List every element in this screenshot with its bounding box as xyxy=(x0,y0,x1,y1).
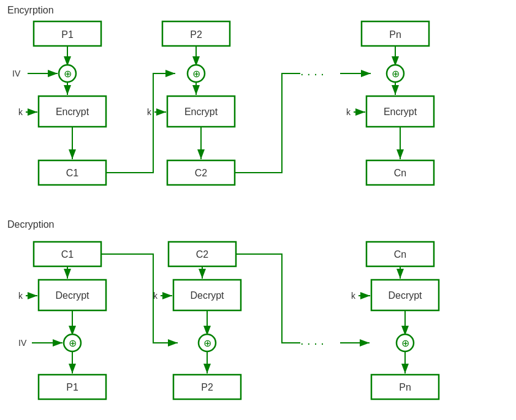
dec-xor1-label: ⊕ xyxy=(69,338,77,348)
dec-kn-label: k xyxy=(351,291,356,301)
dec-decrypt1-label: Decrypt xyxy=(55,290,89,301)
dec-cn-label: Cn xyxy=(394,249,406,260)
enc-c2-label: C2 xyxy=(195,168,208,178)
dec-iv-label: IV xyxy=(18,338,27,348)
enc-xor1-label: ⊕ xyxy=(64,69,72,79)
dec-pn-label: Pn xyxy=(399,382,411,392)
enc-encryptn-label: Encrypt xyxy=(384,107,417,117)
dec-c2-label: C2 xyxy=(196,249,209,260)
dec-k2-label: k xyxy=(153,291,158,301)
enc-kn-label: k xyxy=(346,107,351,117)
dec-k1-label: k xyxy=(18,291,23,301)
enc-p2-label: P2 xyxy=(190,29,202,40)
dec-decrypt2-label: Decrypt xyxy=(190,290,224,301)
enc-iv-label: IV xyxy=(12,69,21,78)
dec-decryptn-label: Decrypt xyxy=(388,290,422,301)
dec-xor2-label: ⊕ xyxy=(203,338,211,348)
enc-c1-label: C1 xyxy=(66,168,79,178)
dec-p1-label: P1 xyxy=(66,382,78,392)
enc-xor2-label: ⊕ xyxy=(192,69,200,79)
enc-encrypt1-label: Encrypt xyxy=(56,107,89,117)
enc-p1-label: P1 xyxy=(61,29,74,40)
enc-k2-label: k xyxy=(147,107,152,117)
enc-pn-label: Pn xyxy=(389,29,401,40)
enc-dots: · · · · xyxy=(300,67,324,80)
enc-encrypt2-label: Encrypt xyxy=(184,107,218,117)
enc-k1-label: k xyxy=(18,107,23,117)
dec-c1-label: C1 xyxy=(61,249,74,260)
dec-xorn-label: ⊕ xyxy=(401,338,409,348)
dec-p2-label: P2 xyxy=(201,382,213,392)
enc-cn-label: Cn xyxy=(394,168,406,178)
dec-dots: · · · · xyxy=(300,336,324,350)
enc-xorn-label: ⊕ xyxy=(392,69,400,79)
